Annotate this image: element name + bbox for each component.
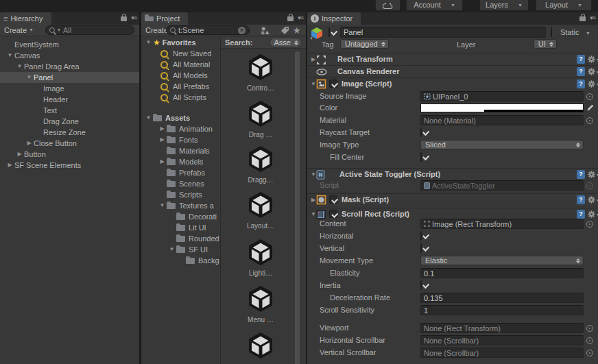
folder-item[interactable]: SF UI [141,244,220,255]
folder-item[interactable]: Decorati [141,211,220,222]
hierarchy-item[interactable]: Text [0,105,139,116]
foldout-arrow-icon[interactable] [144,37,153,48]
asset-item[interactable]: Layout… [230,190,291,230]
gear-icon[interactable]: ▼ [588,68,598,75]
asset-item[interactable]: Lighti… [230,237,291,277]
help-icon[interactable] [577,67,585,76]
inertia-checkbox[interactable] [420,280,422,290]
help-icon[interactable] [577,80,585,88]
help-icon[interactable] [577,170,585,179]
hierarchy-item[interactable]: Drag Zone [0,116,139,127]
object-picker-icon[interactable] [586,182,593,189]
folder-item[interactable]: Animation [141,123,220,134]
foldout-arrow-icon[interactable] [5,160,14,171]
hierarchy-item[interactable]: Panel Drag Area [0,61,139,72]
asset-item[interactable]: Menu … [230,284,291,324]
favorites-root[interactable]: ★Favorites [141,37,220,48]
hierarchy-search-field[interactable]: ▼ All [45,25,134,35]
static-flags-arrow-icon[interactable]: ▼ [586,30,590,37]
object-picker-icon[interactable] [586,325,593,332]
search-filter-arrow-icon[interactable]: ▼ [57,27,61,34]
vertical-checkbox[interactable] [420,243,422,253]
gear-icon[interactable]: ▼ [588,171,598,178]
image-type-dropdown[interactable]: Sliced [420,140,584,149]
source-image-field[interactable]: UIPanel_0 [420,91,584,101]
content-field[interactable]: Image (Rect Transform) [420,219,584,229]
tab-hierarchy[interactable]: ≡ Hierarchy [0,12,51,25]
gear-icon[interactable]: ▼ [588,56,598,63]
folder-item[interactable]: Rounded [141,233,220,244]
canvas-renderer-header[interactable]: Canvas Renderer ▼ [307,65,598,77]
panel-menu-icon[interactable]: ▾≡ [298,14,303,21]
folder-item[interactable]: Scripts [141,189,220,200]
search-scope-dropdown[interactable]: Asse [270,38,302,47]
icon-picker-arrow-icon[interactable]: ▼ [309,35,313,42]
search-by-label-icon[interactable] [280,26,289,35]
elasticity-input[interactable]: 0.1 [420,268,584,278]
lock-icon[interactable] [287,16,294,21]
gear-icon[interactable]: ▼ [588,80,598,88]
object-picker-icon[interactable] [586,221,593,228]
hierarchy-create-button[interactable]: Create ▼ [0,25,38,36]
foldout-arrow-icon[interactable] [15,61,24,72]
gear-icon[interactable]: ▼ [588,196,598,204]
hierarchy-item[interactable]: Close Button [0,138,139,149]
folder-item[interactable]: Lit UI [141,222,220,233]
eyedropper-icon[interactable] [586,104,595,112]
asset-item[interactable]: Drag … [230,99,291,138]
foldout-arrow-icon[interactable] [15,149,24,160]
panel-menu-icon[interactable]: ▾≡ [590,14,595,21]
asset-item[interactable]: Contro… [230,52,291,92]
foldout-arrow-icon[interactable] [25,138,34,149]
fill-center-checkbox[interactable] [420,152,422,162]
active-state-toggler-header[interactable]: Active State Toggler (Script) ▼ [307,168,598,180]
help-icon[interactable] [577,195,585,204]
account-dropdown[interactable]: Account▼ [406,0,463,11]
horizontal-checkbox[interactable] [420,231,422,241]
viewport-field[interactable]: None (Rect Transform) [420,323,584,333]
tab-inspector[interactable]: Inspector [307,12,361,25]
hierarchy-item[interactable]: Canvas [0,50,139,61]
asset-item[interactable]: Dragg… [230,144,291,184]
grid-scrollbar-thumb[interactable] [295,51,300,364]
deceleration-input[interactable]: 0.135 [420,293,584,303]
object-picker-icon[interactable] [586,93,593,100]
panel-menu-icon[interactable]: ▾≡ [131,14,136,21]
gameobject-name-field[interactable]: Panel [340,27,546,38]
vertical-scrollbar-field[interactable]: None (Scrollbar) [420,348,584,358]
hierarchy-item-selected[interactable]: Panel [0,72,139,83]
image-component-header[interactable]: Image (Script) ▼ [307,77,598,90]
foldout-arrow-icon[interactable] [144,112,153,123]
foldout-arrow-icon[interactable] [5,50,14,61]
layers-dropdown[interactable]: Layers▼ [479,0,529,11]
folder-item[interactable]: Materials [141,145,220,156]
foldout-arrow-icon[interactable] [158,156,167,167]
foldout-arrow-icon[interactable] [167,244,176,255]
clear-search-icon[interactable] [238,27,246,34]
active-checkbox[interactable] [328,27,330,37]
color-swatch[interactable] [420,104,584,112]
search-by-type-icon[interactable] [261,26,270,35]
script-field[interactable]: ActiveStateToggler [420,180,584,191]
favorites-item[interactable]: New Saved [141,48,220,59]
object-picker-icon[interactable] [586,117,593,124]
lock-icon[interactable] [121,16,127,21]
favorites-item[interactable]: All Prefabs [141,81,220,92]
help-icon[interactable] [577,55,585,64]
foldout-arrow-icon[interactable] [158,200,167,211]
folder-item[interactable]: Textures a [141,200,220,211]
folder-item[interactable]: Scenes [141,178,220,189]
component-enabled-checkbox[interactable] [329,195,337,204]
object-picker-icon[interactable] [586,350,593,356]
foldout-arrow-icon[interactable] [25,72,34,83]
component-enabled-checkbox[interactable] [329,80,337,88]
favorites-item[interactable]: All Scripts [141,92,220,103]
folder-item[interactable]: Fonts [141,134,220,145]
hierarchy-item[interactable]: Button [0,149,139,160]
tab-project[interactable]: Project [141,12,188,25]
lock-icon[interactable] [579,16,586,21]
movement-type-dropdown[interactable]: Elastic [420,256,584,265]
scroll-sensitivity-input[interactable]: 1 [420,305,584,315]
layout-dropdown[interactable]: Layout▼ [536,0,592,11]
hierarchy-item[interactable]: Image [0,83,139,94]
